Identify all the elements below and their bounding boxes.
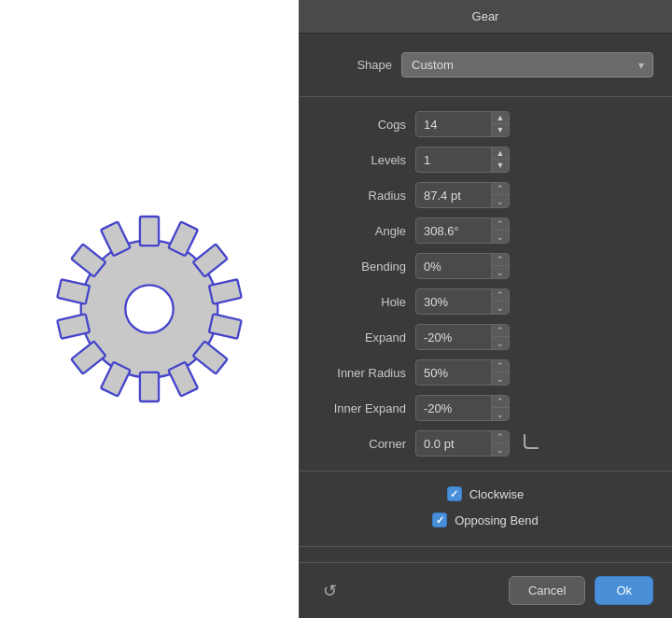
inner-radius-input-wrap: ⌃ ⌄	[415, 359, 510, 386]
svg-rect-13	[57, 314, 90, 339]
shape-select[interactable]: Custom Standard Rack Worm	[401, 52, 653, 77]
cogs-input-wrap: ▲ ▼	[415, 111, 510, 137]
canvas-area: // inline SVG script for gear teeth cons…	[0, 0, 299, 618]
radius-input[interactable]	[416, 185, 491, 206]
angle-label: Angle	[317, 224, 406, 238]
bending-input[interactable]	[416, 256, 491, 277]
expand-input-wrap: ⌃ ⌄	[415, 324, 510, 350]
panel: Gear Shape Custom Standard Rack Worm ▾ C…	[299, 0, 672, 618]
clockwise-row: ✓ Clockwise	[299, 481, 672, 507]
levels-step-up[interactable]: ▲	[492, 147, 509, 160]
inner-radius-spin-down[interactable]: ⌄	[492, 372, 509, 385]
corner-spin-up[interactable]: ⌃	[492, 431, 509, 443]
corner-spinner: ⌃ ⌄	[491, 431, 509, 456]
section-divider-2	[299, 471, 672, 471]
panel-body: Shape Custom Standard Rack Worm ▾ Cogs ▲…	[299, 34, 672, 562]
hole-input-wrap: ⌃ ⌄	[415, 288, 510, 315]
radius-spin-down[interactable]: ⌄	[492, 195, 509, 207]
svg-rect-4	[168, 221, 198, 256]
inner-radius-spin-up[interactable]: ⌃	[492, 360, 509, 372]
levels-label: Levels	[317, 153, 406, 167]
cogs-label: Cogs	[317, 118, 406, 132]
angle-spin-up[interactable]: ⌃	[492, 218, 509, 231]
corner-input-wrap: ⌃ ⌄	[415, 430, 510, 456]
svg-rect-3	[140, 217, 159, 246]
ok-button[interactable]: Ok	[595, 576, 653, 605]
svg-point-2	[125, 285, 173, 332]
gear-preview: // inline SVG script for gear teeth cons…	[47, 206, 252, 412]
opposing-bend-label: Opposing Bend	[455, 513, 539, 527]
svg-rect-11	[101, 362, 131, 397]
panel-title: Gear	[299, 0, 672, 34]
corner-label: Corner	[317, 437, 406, 451]
angle-input[interactable]	[416, 220, 491, 242]
levels-input-wrap: ▲ ▼	[415, 147, 510, 173]
levels-step-down[interactable]: ▼	[492, 160, 509, 172]
inner-expand-input[interactable]	[416, 398, 491, 419]
cancel-button[interactable]: Cancel	[509, 576, 585, 605]
param-row-cogs: Cogs ▲ ▼	[299, 106, 672, 142]
svg-rect-9	[168, 362, 198, 397]
corner-input[interactable]	[416, 433, 491, 455]
bending-label: Bending	[317, 260, 406, 274]
opposing-bend-checkbox[interactable]: ✓	[432, 513, 447, 527]
radius-spin-up[interactable]: ⌃	[492, 183, 509, 195]
inner-radius-label: Inner Radius	[317, 366, 406, 380]
cogs-step-down[interactable]: ▼	[492, 124, 509, 136]
levels-stepper: ▲ ▼	[491, 147, 509, 172]
clockwise-label: Clockwise	[469, 487, 525, 501]
angle-spin-down[interactable]: ⌄	[492, 231, 509, 243]
shape-label: Shape	[317, 58, 392, 72]
param-row-inner-expand: Inner Expand ⌃ ⌄	[299, 390, 672, 426]
param-row-hole: Hole ⌃ ⌄	[299, 284, 672, 319]
cogs-input[interactable]	[416, 114, 491, 135]
param-row-corner: Corner ⌃ ⌄	[299, 426, 672, 461]
param-row-radius: Radius ⌃ ⌄	[299, 177, 672, 213]
opposing-bend-row: ✓ Opposing Bend	[299, 507, 672, 533]
radius-spinner: ⌃ ⌄	[491, 183, 509, 207]
cogs-step-up[interactable]: ▲	[492, 112, 509, 124]
inner-expand-spin-up[interactable]: ⌃	[492, 396, 509, 408]
corner-spin-down[interactable]: ⌄	[492, 443, 509, 456]
inner-expand-spin-down[interactable]: ⌄	[492, 408, 509, 420]
corner-radius-icon	[521, 431, 541, 456]
expand-input[interactable]	[416, 327, 491, 348]
inner-expand-label: Inner Expand	[317, 401, 406, 415]
section-divider-1	[299, 96, 672, 97]
param-row-expand: Expand ⌃ ⌄	[299, 319, 672, 355]
param-row-bending: Bending ⌃ ⌄	[299, 248, 672, 284]
expand-label: Expand	[317, 330, 406, 344]
param-row-levels: Levels ▲ ▼	[299, 142, 672, 177]
inner-radius-spinner: ⌃ ⌄	[491, 360, 509, 385]
panel-footer: ↺ Cancel Ok	[299, 562, 672, 618]
svg-rect-10	[140, 372, 159, 401]
param-row-angle: Angle ⌃ ⌄	[299, 213, 672, 248]
svg-rect-14	[57, 279, 90, 304]
hole-spin-down[interactable]: ⌄	[492, 302, 509, 314]
section-divider-3	[299, 546, 672, 547]
angle-spinner: ⌃ ⌄	[491, 218, 509, 243]
expand-spin-down[interactable]: ⌄	[492, 337, 509, 349]
bending-input-wrap: ⌃ ⌄	[415, 253, 510, 279]
reset-button[interactable]: ↺	[317, 577, 343, 605]
param-row-inner-radius: Inner Radius ⌃ ⌄	[299, 355, 672, 390]
radius-label: Radius	[317, 189, 406, 203]
bending-spin-down[interactable]: ⌄	[492, 266, 509, 278]
hole-spinner: ⌃ ⌄	[491, 289, 509, 314]
svg-rect-16	[101, 221, 131, 256]
hole-input[interactable]	[416, 291, 491, 313]
expand-spin-up[interactable]: ⌃	[492, 325, 509, 337]
cogs-stepper: ▲ ▼	[491, 112, 509, 136]
hole-label: Hole	[317, 295, 406, 309]
levels-input[interactable]	[416, 149, 491, 171]
clockwise-checkbox[interactable]: ✓	[447, 486, 462, 501]
bending-spin-up[interactable]: ⌃	[492, 254, 509, 266]
inner-radius-input[interactable]	[416, 362, 491, 384]
shape-select-wrap: Custom Standard Rack Worm ▾	[401, 52, 653, 77]
inner-expand-input-wrap: ⌃ ⌄	[415, 395, 510, 421]
shape-row: Shape Custom Standard Rack Worm ▾	[299, 47, 672, 87]
bending-spinner: ⌃ ⌄	[491, 254, 509, 278]
svg-rect-7	[209, 314, 242, 339]
hole-spin-up[interactable]: ⌃	[492, 289, 509, 302]
svg-rect-6	[209, 279, 242, 304]
